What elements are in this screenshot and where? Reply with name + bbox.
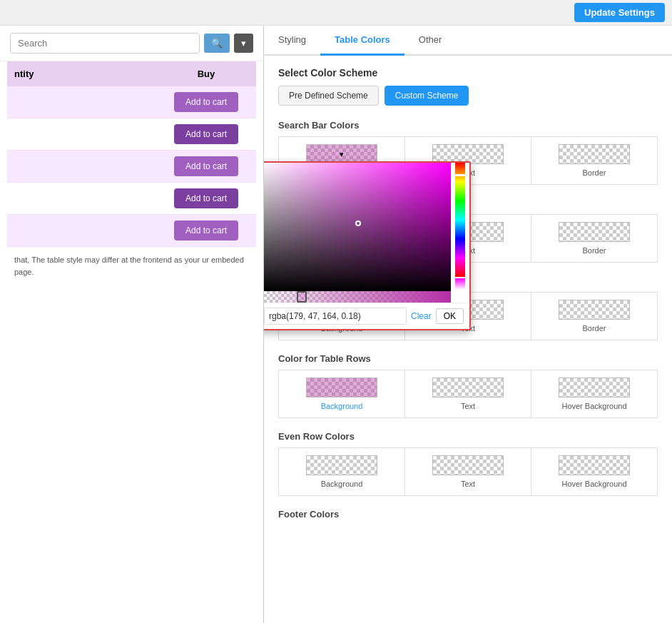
gradient-dark [264, 163, 451, 291]
search-bar-border-label: Border [582, 168, 606, 177]
table-body-border-label: Border [582, 324, 606, 333]
preview-row-4-col2: Add to cart [163, 188, 249, 208]
even-row-colors-title: Even Row Colors [278, 431, 658, 442]
color-picker-overlay[interactable]: Clear OK [264, 161, 471, 330]
table-body-border-swatch [559, 300, 630, 320]
table-body-border-cell[interactable]: Border [531, 293, 657, 340]
table-header-border-swatch [559, 222, 630, 242]
even-row-text-swatch [432, 455, 504, 475]
alpha-bar-vertical[interactable] [455, 278, 465, 290]
preview-note: that, The table style may differ at the … [7, 247, 256, 285]
preview-header-col1: ntity [14, 69, 163, 79]
search-bar-container: 🔍 ▾ [0, 26, 263, 61]
clear-button[interactable]: Clear [411, 311, 432, 321]
add-to-cart-btn-4[interactable]: Add to cart [174, 188, 238, 208]
even-row-color-row: Background Text Hover Background [278, 447, 658, 496]
add-to-cart-btn-1[interactable]: Add to cart [174, 92, 238, 112]
hue-indicator [455, 174, 465, 176]
tab-table-colors[interactable]: Table Colors [320, 26, 404, 56]
odd-row-text-swatch [432, 378, 504, 397]
search-button[interactable]: 🔍 [204, 34, 230, 53]
tab-other[interactable]: Other [404, 26, 457, 56]
update-settings-button[interactable]: Update Settings [574, 3, 665, 22]
search-bar-colors-title: Search Bar Colors [278, 120, 658, 131]
table-header-border-cell[interactable]: Border [531, 215, 657, 262]
add-to-cart-btn-2[interactable]: Add to cart [174, 124, 238, 144]
even-row-background-cell[interactable]: Background [279, 448, 405, 495]
even-row-background-swatch [306, 455, 377, 475]
odd-row-background-label: Background [321, 402, 363, 410]
preview-row-2-col2: Add to cart [163, 124, 249, 144]
tab-styling[interactable]: Styling [264, 26, 320, 56]
even-row-hover-background-label: Hover Background [561, 480, 626, 488]
preview-row-3-col2: Add to cart [163, 156, 249, 176]
color-picker-input-row: Clear OK [264, 303, 469, 329]
even-row-background-label: Background [321, 480, 363, 488]
chevron-down-icon: ▾ [340, 150, 344, 159]
search-dropdown-button[interactable]: ▾ [234, 34, 253, 53]
ok-button[interactable]: OK [436, 308, 464, 324]
odd-row-hover-background-swatch [559, 378, 630, 397]
odd-row-color-row: Background Text Hover Background [278, 370, 658, 418]
preview-row-1-col2: Add to cart [163, 92, 249, 112]
color-value-input[interactable] [264, 308, 407, 325]
even-row-text-cell[interactable]: Text [405, 448, 531, 495]
even-row-colors-section: Even Row Colors Background Text Hover Ba… [278, 431, 658, 496]
color-picker-bottom-bar[interactable] [264, 291, 451, 303]
preview-row-4: Add to cart [7, 183, 256, 215]
odd-row-hover-background-label: Hover Background [561, 402, 626, 410]
left-panel: 🔍 ▾ ntity Buy Add to cart Add to cart [0, 26, 264, 623]
scheme-buttons: Pre Defined Scheme Custom Scheme [278, 86, 658, 106]
even-row-hover-background-swatch [559, 455, 630, 475]
odd-row-background-cell[interactable]: Background [279, 370, 405, 417]
hue-bar[interactable] [455, 163, 465, 277]
right-panel: Styling Table Colors Other Select Color … [264, 26, 672, 623]
odd-row-hover-background-cell[interactable]: Hover Background [531, 370, 657, 417]
odd-row-colors-title: Color for Table Rows [278, 353, 658, 364]
odd-row-background-swatch [306, 378, 377, 397]
footer-colors-title: Footer Colors [278, 509, 658, 520]
right-bars [452, 163, 468, 291]
odd-row-text-cell[interactable]: Text [405, 370, 531, 417]
pre-defined-scheme-button[interactable]: Pre Defined Scheme [278, 86, 379, 106]
select-color-scheme-title: Select Color Scheme [278, 67, 658, 78]
odd-row-text-label: Text [461, 402, 475, 410]
color-picker-gradient[interactable] [264, 163, 451, 291]
tabs: Styling Table Colors Other [264, 26, 672, 56]
preview-row-5: Add to cart [7, 215, 256, 247]
preview-header-col2: Buy [163, 69, 249, 79]
table-preview: ntity Buy Add to cart Add to cart Add to… [0, 61, 263, 285]
custom-scheme-button[interactable]: Custom Scheme [385, 86, 469, 106]
add-to-cart-btn-3[interactable]: Add to cart [174, 156, 238, 176]
preview-header: ntity Buy [7, 61, 256, 86]
preview-row-3: Add to cart [7, 151, 256, 183]
even-row-hover-background-cell[interactable]: Hover Background [531, 448, 657, 495]
alpha-overlay [264, 291, 451, 303]
table-header-border-label: Border [582, 246, 606, 255]
preview-row-5-col2: Add to cart [163, 221, 249, 240]
footer-colors-section: Footer Colors [278, 509, 658, 520]
search-bar-border-swatch [559, 144, 630, 164]
odd-row-colors-section: Color for Table Rows Background Text Hov… [278, 353, 658, 418]
add-to-cart-btn-5[interactable]: Add to cart [174, 221, 238, 240]
picker-wrapper [264, 163, 469, 303]
alpha-indicator [297, 291, 307, 303]
picker-main-area [264, 163, 468, 303]
preview-row-1: Add to cart [7, 86, 256, 118]
preview-row-2: Add to cart [7, 118, 256, 151]
top-bar: Update Settings [0, 0, 672, 26]
even-row-text-label: Text [461, 480, 475, 488]
search-input[interactable] [10, 33, 200, 54]
search-bar-border-cell[interactable]: Border [531, 137, 657, 184]
main-layout: 🔍 ▾ ntity Buy Add to cart Add to cart [0, 26, 672, 623]
